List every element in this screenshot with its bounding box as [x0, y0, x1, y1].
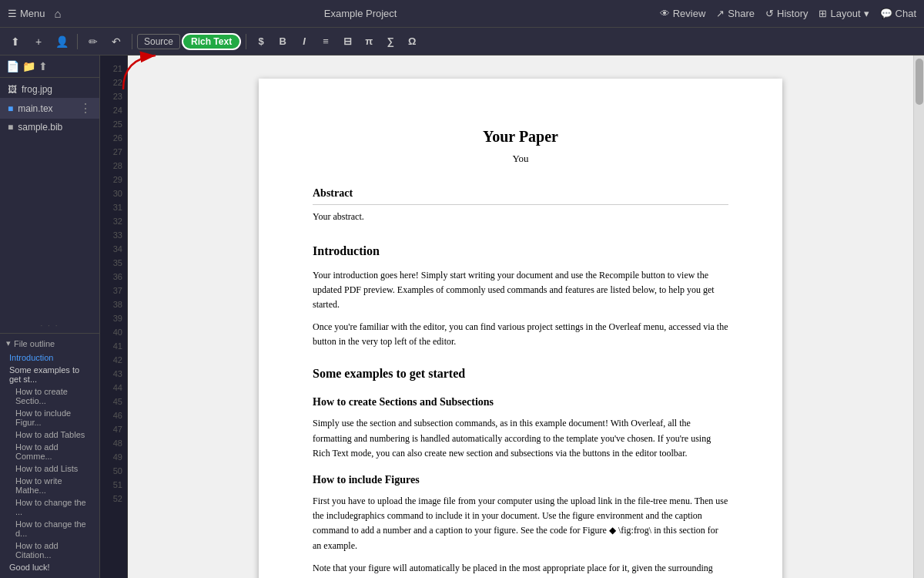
outline-sub-comments[interactable]: How to add Comme...	[6, 441, 93, 462]
editor-toolbar: ⬆ + 👤 ✏ ↶ Source Rich Text $ B I ≡ ⊟ π ∑…	[0, 28, 924, 55]
home-button[interactable]: ⌂	[55, 7, 62, 20]
file-item-sample[interactable]: ■ sample.bib	[0, 119, 99, 136]
line-number-31: 31	[113, 200, 127, 214]
main-layout: 📄 📁 ⬆ 🖼 frog.jpg ■ main.tex ⋮ ■ sample.b…	[0, 55, 924, 578]
document-page: Your Paper You Abstract Your abstract. I…	[259, 79, 782, 578]
file-name-main: main.tex	[18, 103, 52, 114]
chat-button[interactable]: 💬 Chat	[880, 8, 916, 19]
line-number-33: 33	[113, 228, 127, 242]
file-item-main[interactable]: ■ main.tex ⋮	[0, 98, 99, 119]
intro-para-2: Once you're familiar with the editor, yo…	[313, 320, 728, 349]
outline-item-introduction[interactable]: Introduction	[6, 351, 93, 364]
sum-button[interactable]: ∑	[380, 32, 400, 52]
share-button[interactable]: ↗ Share	[716, 8, 755, 19]
document-author: You	[313, 151, 728, 166]
history-label: History	[777, 8, 808, 19]
line-number-46: 46	[113, 408, 127, 422]
share-label: Share	[728, 8, 755, 19]
add-file-button[interactable]: +	[28, 31, 49, 52]
document-title: Your Paper	[313, 125, 728, 148]
outline-title-text: File outline	[14, 339, 55, 348]
sections-para: Simply use the section and subsection co…	[313, 416, 728, 461]
scroll-thumb[interactable]	[916, 59, 923, 105]
list-button[interactable]: ≡	[316, 32, 336, 52]
sidebar-dots: · · ·	[0, 318, 99, 333]
file-name-sample: sample.bib	[18, 122, 62, 133]
outline-sub-figures[interactable]: How to include Figur...	[6, 407, 93, 428]
outline-sub-change2[interactable]: How to change the d...	[6, 518, 93, 539]
line-number-23: 23	[113, 89, 127, 103]
source-button[interactable]: Source	[137, 34, 180, 49]
outline-sub-math[interactable]: How to write Mathe...	[6, 475, 93, 496]
document-preview[interactable]: Your Paper You Abstract Your abstract. I…	[128, 55, 913, 578]
line-number-49: 49	[113, 450, 127, 464]
pi-button[interactable]: π	[359, 32, 379, 52]
review-label: Review	[673, 8, 706, 19]
figures-para-2: Note that your figure will automatically…	[313, 561, 728, 578]
upload-file-icon[interactable]: ⬆	[38, 60, 48, 72]
subsection-sections: How to create Sections and Subsections	[313, 394, 728, 410]
undo-button[interactable]: ↶	[105, 31, 127, 52]
editor-area: 2122232425262728293031323334353637383940…	[100, 55, 924, 578]
outline-sub-lists[interactable]: How to add Lists	[6, 462, 93, 475]
new-file-icon[interactable]: 📄	[6, 60, 19, 72]
new-folder-icon[interactable]: 📁	[22, 60, 35, 72]
ordered-list-button[interactable]: ⊟	[337, 32, 357, 52]
review-button[interactable]: 👁 Review	[660, 8, 706, 19]
file-item-frog[interactable]: 🖼 frog.jpg	[0, 81, 99, 98]
layout-label: Layout	[830, 8, 860, 19]
outline-sub-tables[interactable]: How to add Tables	[6, 428, 93, 441]
line-number-36: 36	[113, 270, 127, 284]
menu-button[interactable]: ☰ Menu	[8, 8, 45, 19]
file-name-frog: frog.jpg	[22, 84, 52, 95]
outline-title: ▾ File outline	[6, 338, 93, 348]
line-number-50: 50	[113, 464, 127, 478]
dollar-button[interactable]: $	[251, 32, 271, 52]
outline-sub-change1[interactable]: How to change the ...	[6, 496, 93, 518]
layout-button[interactable]: ⊞ Layout ▾	[819, 8, 869, 19]
abstract-text: Your abstract.	[313, 210, 728, 223]
outline-item-goodluck[interactable]: Good luck!	[6, 561, 93, 573]
person-button[interactable]: 👤	[51, 31, 72, 52]
chat-icon: 💬	[880, 8, 892, 19]
line-number-42: 42	[113, 353, 127, 367]
line-number-44: 44	[113, 381, 127, 395]
history-icon: ↺	[765, 8, 774, 19]
italic-button[interactable]: I	[294, 32, 314, 52]
rich-text-button[interactable]: Rich Text	[182, 33, 241, 50]
line-number-41: 41	[113, 339, 127, 353]
menu-icon: ☰	[8, 8, 17, 19]
line-number-21: 21	[113, 62, 127, 76]
toolbar-separator-2	[132, 34, 132, 49]
chat-label: Chat	[896, 8, 916, 19]
section-introduction: Introduction	[313, 242, 728, 260]
outline-section: ▾ File outline Introduction Some example…	[0, 333, 99, 578]
outline-item-examples[interactable]: Some examples to get st...	[6, 364, 93, 385]
line-number-28: 28	[113, 159, 127, 173]
line-number-26: 26	[113, 131, 127, 145]
line-number-22: 22	[113, 76, 127, 89]
file-icon-main: ■	[8, 103, 13, 114]
sidebar-toolbar: 📄 📁 ⬆	[0, 55, 99, 78]
bold-button[interactable]: B	[273, 32, 293, 52]
line-numbers: 2122232425262728293031323334353637383940…	[100, 55, 128, 578]
review-icon: 👁	[660, 8, 670, 19]
line-number-43: 43	[113, 367, 127, 381]
share-icon: ↗	[716, 8, 725, 19]
sidebar: 📄 📁 ⬆ 🖼 frog.jpg ■ main.tex ⋮ ■ sample.b…	[0, 55, 100, 578]
upload-button[interactable]: ⬆	[5, 31, 26, 52]
scrollbar[interactable]	[913, 55, 924, 578]
abstract-title: Abstract	[313, 185, 728, 205]
layout-chevron-icon: ▾	[864, 8, 869, 19]
pencil-icon[interactable]: ✏	[82, 31, 104, 52]
omega-button[interactable]: Ω	[402, 32, 422, 52]
line-number-51: 51	[113, 478, 127, 492]
outline-sub-citations[interactable]: How to add Citation...	[6, 539, 93, 561]
file-menu-icon[interactable]: ⋮	[79, 101, 92, 116]
intro-para-1: Your introduction goes here! Simply star…	[313, 268, 728, 313]
top-nav-bar: ☰ Menu ⌂ Example Project 👁 Review ↗ Shar…	[0, 0, 924, 28]
project-title: Example Project	[324, 8, 397, 19]
history-button[interactable]: ↺ History	[765, 8, 808, 19]
file-list: 🖼 frog.jpg ■ main.tex ⋮ ■ sample.bib	[0, 78, 99, 318]
outline-sub-sections[interactable]: How to create Sectio...	[6, 385, 93, 407]
